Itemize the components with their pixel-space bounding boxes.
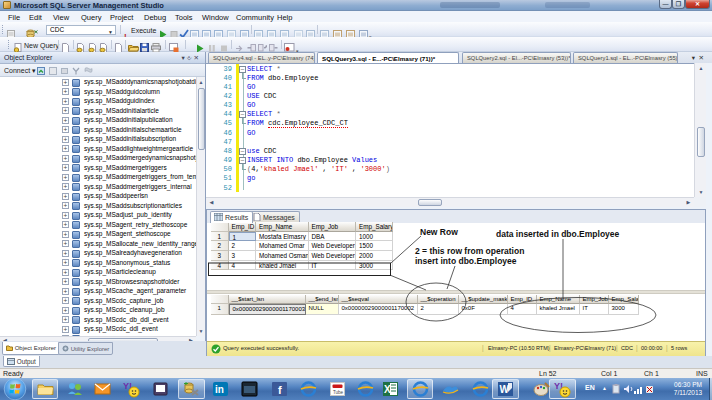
svg-text:in: in: [215, 384, 224, 395]
svg-text:X: X: [384, 384, 391, 395]
svg-text:W: W: [500, 384, 510, 395]
svg-text:Tube: Tube: [333, 390, 344, 395]
svg-text:f: f: [278, 384, 282, 396]
